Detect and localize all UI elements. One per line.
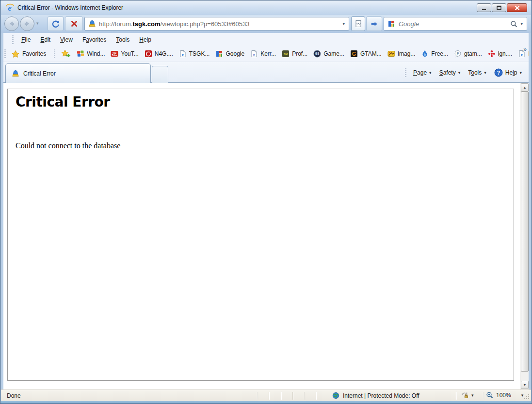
menu-help[interactable]: Help xyxy=(134,35,156,45)
menu-bar: FileEditViewFavoritesToolsHelp xyxy=(3,33,529,46)
tab-critical-error[interactable]: Critical Error xyxy=(5,63,151,83)
bubble-icon: P xyxy=(454,50,462,58)
zoom-level: 100% xyxy=(496,392,511,399)
svg-text:?: ? xyxy=(497,70,500,76)
error-message: Could not connect to the database xyxy=(16,141,120,150)
google-logo-icon xyxy=(387,20,395,28)
menu-edit[interactable]: Edit xyxy=(35,35,55,45)
search-box[interactable]: ▾ xyxy=(384,17,527,31)
navigation-bar: ▾ http://forum.tsgk.com/viewtopic.php?p=… xyxy=(1,15,531,33)
refresh-button[interactable] xyxy=(48,16,64,31)
minimize-button[interactable] xyxy=(477,3,491,12)
scroll-down-button[interactable]: ▼ xyxy=(521,381,529,389)
commandbar-help-button[interactable]: ?Help▾ xyxy=(490,66,526,79)
search-magnifier-icon[interactable] xyxy=(510,20,517,28)
stop-button[interactable] xyxy=(65,16,83,31)
favorites-overflow-chevron[interactable]: » xyxy=(523,46,527,53)
favbar-grip[interactable] xyxy=(4,49,6,58)
favbar-grip-2[interactable] xyxy=(54,49,55,58)
windows-icon xyxy=(77,50,84,58)
favorite-item-game[interactable]: GSGame... xyxy=(310,48,347,60)
scroll-up-button[interactable]: ▲ xyxy=(521,83,529,92)
dropdown-caret: ▾ xyxy=(429,70,432,75)
resize-grip-icon[interactable] xyxy=(524,394,530,400)
favorite-item-free[interactable]: Free... xyxy=(418,48,451,60)
page-content-box: Critical Error Could not connect to the … xyxy=(7,89,514,381)
commandbar-tools-button[interactable]: Tools▾ xyxy=(464,66,490,79)
gamespot-icon: GS xyxy=(313,50,321,58)
favorite-item-imag[interactable]: Imag... xyxy=(385,48,419,60)
add-to-favorites-bar-button[interactable] xyxy=(58,47,74,60)
favorite-label: L Dr... xyxy=(528,50,529,57)
window-bottom-frame xyxy=(1,401,531,404)
favorites-button[interactable]: Favorites xyxy=(9,48,51,60)
favorite-item-gtam[interactable]: Pgtam... xyxy=(451,48,485,60)
ie-page-icon: e xyxy=(250,50,258,58)
go-button[interactable] xyxy=(366,16,382,31)
menu-favorites[interactable]: Favorites xyxy=(78,35,111,45)
vertical-scrollbar[interactable]: ▲ ▼ xyxy=(520,83,529,389)
favorite-item-tsgk[interactable]: eTSGK... xyxy=(176,48,213,60)
search-options-caret[interactable]: ▾ xyxy=(520,21,523,26)
maximize-button[interactable] xyxy=(492,3,506,12)
forward-button[interactable] xyxy=(20,16,34,31)
tab-favicon-icon xyxy=(12,70,19,78)
broken-page-icon xyxy=(355,20,362,28)
menu-view[interactable]: View xyxy=(55,35,78,45)
svg-text:Tube: Tube xyxy=(112,54,117,57)
internet-globe-icon xyxy=(332,392,339,399)
title-bar[interactable]: e Critical Error - Windows Internet Expl… xyxy=(1,0,531,15)
back-button[interactable] xyxy=(4,16,19,31)
status-separator xyxy=(292,392,293,400)
page-heading: Critical Error xyxy=(16,94,110,110)
scrollbar-thumb[interactable] xyxy=(521,92,529,372)
menubar-grip[interactable] xyxy=(12,35,14,44)
zoom-button[interactable]: 100% ▾ xyxy=(486,391,523,399)
menu-tools[interactable]: Tools xyxy=(111,35,134,45)
favorite-item-prof[interactable]: svProf... xyxy=(279,48,310,60)
favorite-item-kerr[interactable]: eKerr... xyxy=(247,48,279,60)
favorite-item-n4g[interactable]: N4G.... xyxy=(142,48,176,60)
security-zone-text: Internet | Protected Mode: Off xyxy=(343,392,419,399)
svg-text:G: G xyxy=(352,51,356,57)
compatibility-view-button[interactable] xyxy=(351,16,365,31)
favorite-item-wind[interactable]: Wind... xyxy=(74,48,108,60)
zoom-magnifier-icon xyxy=(486,391,494,399)
favorite-item-google[interactable]: Google xyxy=(212,48,247,60)
imageshack-icon xyxy=(387,50,395,58)
flame-icon xyxy=(421,50,429,58)
address-dropdown-caret[interactable]: ▾ xyxy=(342,21,345,26)
favorite-item-gtam[interactable]: GGTAM... xyxy=(347,48,385,60)
svg-text:sv: sv xyxy=(284,52,288,56)
security-caret: ▾ xyxy=(471,393,474,398)
favorite-item-yout[interactable]: YouTubeYouT... xyxy=(108,48,141,60)
forward-arrow-icon xyxy=(23,20,31,28)
status-bar: Done Internet | Protected Mode: Off ▾ 10… xyxy=(1,389,531,401)
command-bar: Page▾Safety▾Tools▾?Help▾ xyxy=(402,66,526,79)
favorite-label: Free... xyxy=(431,50,448,57)
menu-file[interactable]: File xyxy=(16,35,35,45)
svg-text:e: e xyxy=(253,52,255,57)
favorite-item-ign[interactable]: ign.... xyxy=(485,48,515,60)
favorite-label: N4G.... xyxy=(155,50,173,57)
commandbar-page-button[interactable]: Page▾ xyxy=(409,66,435,79)
security-zone-pane: Internet | Protected Mode: Off xyxy=(332,392,419,399)
stop-icon xyxy=(70,20,78,28)
security-refresh-lock-icon xyxy=(461,391,468,399)
ign-icon xyxy=(488,50,496,58)
status-separator xyxy=(281,392,281,400)
commandbar-safety-button[interactable]: Safety▾ xyxy=(435,66,465,79)
recent-pages-caret[interactable]: ▾ xyxy=(36,21,39,26)
youtube-icon: YouTube xyxy=(111,50,118,58)
dropdown-caret: ▾ xyxy=(458,70,461,75)
status-separator xyxy=(269,392,269,400)
inprivate-settings-button[interactable]: ▾ xyxy=(461,391,474,399)
address-bar[interactable]: http://forum.tsgk.com/viewtopic.php?p=60… xyxy=(84,17,349,31)
url-text: http://forum.tsgk.com/viewtopic.php?p=60… xyxy=(99,20,249,28)
command-bar-grip[interactable] xyxy=(405,68,406,77)
search-input[interactable] xyxy=(399,20,510,28)
ie-logo-icon: e xyxy=(5,3,15,13)
new-tab-stub[interactable] xyxy=(152,66,168,83)
favorite-label: Google xyxy=(226,50,244,57)
close-button[interactable] xyxy=(507,3,527,12)
